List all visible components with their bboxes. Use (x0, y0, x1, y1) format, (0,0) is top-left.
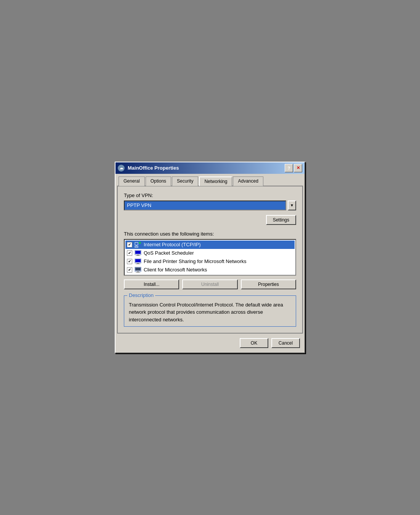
titlebar-buttons: ? ✕ (285, 164, 302, 172)
checkbox-qos[interactable]: ✔ (127, 250, 132, 256)
fileshare-label: File and Printer Sharing for Microsoft N… (144, 258, 246, 264)
tcp-label: Internet Protocol (TCP/IP) (144, 242, 201, 247)
checkbox-fileshare[interactable]: ✔ (127, 259, 132, 264)
settings-button[interactable]: Settings (266, 215, 296, 225)
window-title: MainOffice Properties (128, 165, 282, 171)
client-label: Client for Microsoft Networks (144, 267, 207, 273)
cancel-button[interactable]: Cancel (271, 338, 300, 348)
tab-content-networking: Type of VPN: PPTP VPN ▼ Settings This co… (117, 186, 303, 334)
properties-button[interactable]: Properties (241, 279, 296, 289)
fileshare-icon (135, 258, 141, 265)
qos-label: QoS Packet Scheduler (144, 250, 194, 256)
connection-items-label: This connection uses the following items… (124, 231, 296, 237)
install-button[interactable]: Install... (124, 279, 179, 289)
svg-rect-14 (135, 268, 141, 271)
vpn-select-display[interactable]: PPTP VPN (124, 201, 286, 210)
svg-rect-8 (136, 255, 140, 256)
list-item-tcp[interactable]: ✔ Internet Protocol (TCP/IP) (125, 241, 295, 249)
tab-options[interactable]: Options (146, 176, 171, 186)
svg-rect-11 (137, 263, 139, 264)
settings-btn-row: Settings (124, 215, 296, 225)
svg-rect-12 (136, 264, 140, 264)
connection-items-list: ✔ Internet Protocol (TCP/IP) ✔ (124, 239, 296, 276)
svg-rect-2 (135, 246, 138, 247)
tab-bar: General Options Security Networking Adva… (115, 174, 305, 186)
svg-rect-0 (135, 242, 138, 245)
tcp-icon (135, 242, 141, 248)
titlebar: ☁ MainOffice Properties ? ✕ (115, 162, 305, 174)
checkbox-tcp[interactable]: ✔ (127, 242, 132, 247)
tab-networking[interactable]: Networking (199, 176, 232, 186)
list-item-qos[interactable]: ✔ QoS Packet Scheduler (125, 249, 295, 257)
svg-rect-7 (137, 255, 139, 255)
ok-button[interactable]: OK (240, 338, 268, 348)
qos-icon (135, 250, 141, 256)
svg-rect-6 (135, 251, 141, 254)
vpn-type-label: Type of VPN: (124, 193, 296, 198)
list-item-client[interactable]: ✔ Client for Microsoft Networks (125, 266, 295, 274)
tab-advanced[interactable]: Advanced (233, 176, 263, 186)
list-item-fileshare[interactable]: ✔ File and Printer Sharing for Microsoft… (125, 257, 295, 266)
checkbox-client[interactable]: ✔ (127, 267, 132, 273)
description-group: Description Transmission Control Protoco… (124, 295, 296, 327)
svg-rect-15 (137, 271, 139, 272)
uninstall-button[interactable]: Uninstall (182, 279, 237, 289)
svg-rect-16 (136, 272, 140, 273)
help-button[interactable]: ? (285, 164, 293, 172)
action-buttons-row: Install... Uninstall Properties (124, 279, 296, 289)
description-legend: Description (127, 292, 155, 298)
vpn-select-row: PPTP VPN ▼ (124, 201, 296, 210)
tab-general[interactable]: General (119, 176, 145, 186)
svg-rect-10 (135, 259, 141, 262)
vpn-dropdown-button[interactable]: ▼ (288, 201, 296, 210)
tab-security[interactable]: Security (172, 176, 198, 186)
description-text: Transmission Control Protocol/Internet P… (129, 301, 291, 324)
client-icon (135, 267, 141, 273)
bottom-buttons-row: OK Cancel (115, 335, 305, 353)
main-window: ☁ MainOffice Properties ? ✕ General Opti… (115, 162, 305, 354)
close-button[interactable]: ✕ (294, 164, 302, 172)
window-icon: ☁ (118, 165, 125, 172)
